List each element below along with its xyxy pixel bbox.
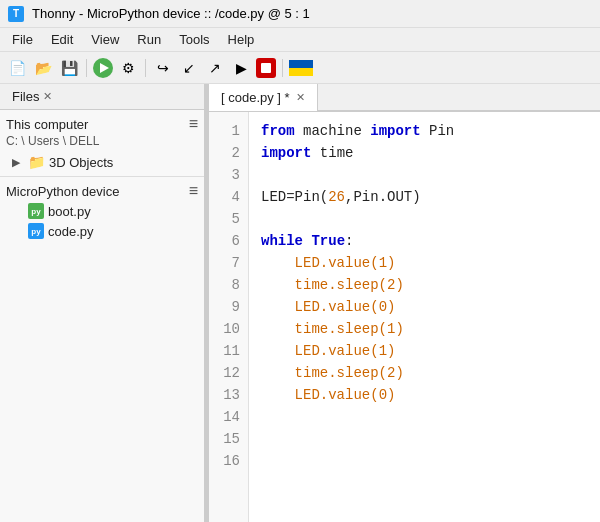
file-item-boot-py[interactable]: py boot.py	[0, 201, 204, 221]
this-computer-menu-btn[interactable]: ≡	[189, 116, 198, 132]
line-number: 14	[217, 406, 240, 428]
flag-bottom	[289, 68, 313, 76]
line-number: 9	[217, 296, 240, 318]
tree-item-label: 3D Objects	[49, 155, 113, 170]
line-number: 8	[217, 274, 240, 296]
menu-file[interactable]: File	[4, 30, 41, 49]
debug-button[interactable]: ⚙	[117, 57, 139, 79]
files-tab[interactable]: Files ✕	[6, 87, 60, 106]
toolbar: 📄 📂 💾 ⚙ ↪ ↙ ↗ ▶	[0, 52, 600, 84]
this-computer-path: C: \ Users \ DELL	[0, 134, 204, 152]
code-line: import time	[261, 142, 588, 164]
micropython-device-section: MicroPython device ≡ py boot.py py code.…	[0, 176, 204, 245]
code-line: time.sleep(2)	[261, 274, 588, 296]
code-line: from machine import Pin	[261, 120, 588, 142]
code-tab-bar: [ code.py ] * ✕	[209, 84, 600, 112]
file-item-code-py[interactable]: py code.py	[0, 221, 204, 241]
line-number: 4	[217, 186, 240, 208]
code-line: LED.value(0)	[261, 296, 588, 318]
line-number: 1	[217, 120, 240, 142]
code-area: 12345678910111213141516 from machine imp…	[209, 112, 600, 522]
code-line	[261, 428, 588, 450]
line-number: 10	[217, 318, 240, 340]
this-computer-header: This computer ≡	[0, 114, 204, 134]
step-into-button[interactable]: ↙	[178, 57, 200, 79]
micropython-device-menu-btn[interactable]: ≡	[189, 183, 198, 199]
folder-icon: 📁	[28, 154, 45, 170]
line-number: 12	[217, 362, 240, 384]
code-line	[261, 164, 588, 186]
stop-button[interactable]	[256, 58, 276, 78]
files-scroll-area[interactable]: This computer ≡ C: \ Users \ DELL ▶ 📁 3D…	[0, 110, 204, 522]
files-tab-bar: Files ✕	[0, 84, 204, 110]
step-over-button[interactable]: ↪	[152, 57, 174, 79]
line-number: 16	[217, 450, 240, 472]
code-line: LED=Pin(26,Pin.OUT)	[261, 186, 588, 208]
title-bar: T Thonny - MicroPython device :: /code.p…	[0, 0, 600, 28]
code-editor-panel: [ code.py ] * ✕ 12345678910111213141516 …	[209, 84, 600, 522]
run-icon	[100, 63, 109, 73]
code-line	[261, 450, 588, 472]
tree-item-3d-objects[interactable]: ▶ 📁 3D Objects	[0, 152, 204, 172]
this-computer-label: This computer	[6, 117, 88, 132]
code-line: LED.value(1)	[261, 340, 588, 362]
code-line: LED.value(0)	[261, 384, 588, 406]
ukraine-flag	[289, 60, 313, 76]
toolbar-separator-2	[145, 59, 146, 77]
line-number: 7	[217, 252, 240, 274]
new-file-button[interactable]: 📄	[6, 57, 28, 79]
stop-icon	[261, 63, 271, 73]
menu-view[interactable]: View	[83, 30, 127, 49]
line-numbers: 12345678910111213141516	[209, 112, 249, 522]
line-number: 3	[217, 164, 240, 186]
code-py-label: code.py	[48, 224, 94, 239]
micropython-device-header: MicroPython device ≡	[0, 181, 204, 201]
main-layout: Files ✕ This computer ≡ C: \ Users \ DEL…	[0, 84, 600, 522]
code-tab-close[interactable]: ✕	[296, 91, 305, 104]
title-bar-text: Thonny - MicroPython device :: /code.py …	[32, 6, 310, 21]
boot-py-label: boot.py	[48, 204, 91, 219]
this-computer-title: This computer	[6, 117, 88, 132]
code-line: LED.value(1)	[261, 252, 588, 274]
menu-run[interactable]: Run	[129, 30, 169, 49]
resume-button[interactable]: ▶	[230, 57, 252, 79]
toolbar-separator-1	[86, 59, 87, 77]
run-button[interactable]	[93, 58, 113, 78]
line-number: 6	[217, 230, 240, 252]
step-out-button[interactable]: ↗	[204, 57, 226, 79]
line-number: 5	[217, 208, 240, 230]
toolbar-separator-3	[282, 59, 283, 77]
code-tab[interactable]: [ code.py ] * ✕	[209, 84, 318, 111]
this-computer-section: This computer ≡ C: \ Users \ DELL ▶ 📁 3D…	[0, 110, 204, 176]
app-icon: T	[8, 6, 24, 22]
open-file-button[interactable]: 📂	[32, 57, 54, 79]
code-tab-label: [ code.py ] *	[221, 90, 290, 105]
code-line: time.sleep(1)	[261, 318, 588, 340]
expand-icon: ▶	[12, 156, 24, 169]
code-line	[261, 406, 588, 428]
code-py-icon: py	[28, 223, 44, 239]
files-panel: Files ✕ This computer ≡ C: \ Users \ DEL…	[0, 84, 205, 522]
code-line	[261, 208, 588, 230]
code-line: time.sleep(2)	[261, 362, 588, 384]
line-number: 15	[217, 428, 240, 450]
files-tab-label: Files	[12, 89, 39, 104]
menu-bar: File Edit View Run Tools Help	[0, 28, 600, 52]
save-file-button[interactable]: 💾	[58, 57, 80, 79]
flag-top	[289, 60, 313, 68]
menu-help[interactable]: Help	[220, 30, 263, 49]
boot-py-icon: py	[28, 203, 44, 219]
menu-edit[interactable]: Edit	[43, 30, 81, 49]
menu-tools[interactable]: Tools	[171, 30, 217, 49]
code-content[interactable]: from machine import Pinimport time LED=P…	[249, 112, 600, 522]
line-number: 13	[217, 384, 240, 406]
micropython-device-title: MicroPython device	[6, 184, 119, 199]
files-tab-close[interactable]: ✕	[43, 90, 52, 103]
micropython-device-label: MicroPython device	[6, 184, 119, 199]
line-number: 2	[217, 142, 240, 164]
line-number: 11	[217, 340, 240, 362]
code-line: while True:	[261, 230, 588, 252]
